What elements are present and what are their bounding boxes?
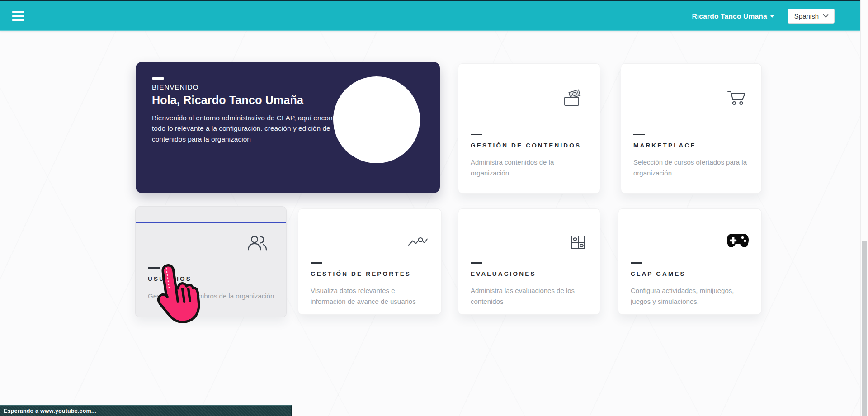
welcome-card: BIENVENIDO Hola, Ricardo Tanco Umaña Bie… <box>136 62 440 193</box>
welcome-description: Bienvenido al entorno administrativo de … <box>152 113 356 144</box>
avatar-circle <box>333 76 420 163</box>
card-description: Administra las evaluaciones de los conte… <box>471 285 590 307</box>
language-select[interactable]: Spanish <box>788 9 835 24</box>
card-usuarios[interactable]: USUARIOS Gestiona los miembros de la org… <box>135 206 287 317</box>
hamburger-icon <box>12 11 24 21</box>
card-dash <box>471 134 482 135</box>
status-bar: Esperando a www.youtube.com... <box>0 405 292 416</box>
card-description: Administra contenidos de la organización <box>471 157 590 179</box>
card-title: USUARIOS <box>148 275 192 282</box>
window-top-edge <box>0 0 868 1</box>
card-dash <box>148 267 160 269</box>
card-description: Visualiza datos relevantes e información… <box>311 285 431 307</box>
card-dash <box>631 262 642 264</box>
status-text: Esperando a www.youtube.com... <box>4 408 96 414</box>
welcome-dash <box>152 77 164 80</box>
topbar: Ricardo Tanco Umaña Spanish <box>0 0 860 31</box>
welcome-title: Hola, Ricardo Tanco Umaña <box>152 94 303 107</box>
card-title: CLAP GAMES <box>631 270 686 277</box>
hover-accent-line <box>136 222 286 223</box>
language-label: Spanish <box>794 12 819 20</box>
card-marketplace[interactable]: MARKETPLACE Selección de cursos ofertado… <box>621 63 762 194</box>
shopping-cart-icon <box>727 90 748 108</box>
menu-button[interactable] <box>11 9 25 23</box>
gamepad-icon <box>726 232 749 251</box>
card-dash <box>471 262 482 264</box>
card-title: GESTIÓN DE CONTENIDOS <box>471 142 581 149</box>
caret-down-icon <box>770 15 774 18</box>
user-name: Ricardo Tanco Umaña <box>692 12 767 20</box>
scrollbar-track[interactable] <box>860 0 868 416</box>
card-gestion-reportes[interactable]: GESTIÓN DE REPORTES Visualiza datos rele… <box>298 208 442 315</box>
card-clap-games[interactable]: CLAP GAMES Configura actividades, miniju… <box>618 208 762 315</box>
quiz-grid-icon <box>570 234 586 252</box>
content-box-icon <box>563 88 585 110</box>
user-menu[interactable]: Ricardo Tanco Umaña <box>692 12 774 20</box>
card-evaluaciones[interactable]: EVALUACIONES Administra las evaluaciones… <box>458 208 600 315</box>
card-dash <box>311 262 322 264</box>
users-icon <box>247 235 268 254</box>
card-gestion-contenidos[interactable]: GESTIÓN DE CONTENIDOS Administra conteni… <box>458 63 600 194</box>
welcome-eyebrow: BIENVENIDO <box>152 83 199 91</box>
card-title: MARKETPLACE <box>633 142 696 149</box>
card-description: Selección de cursos ofertados para la or… <box>633 157 751 179</box>
chevron-down-icon <box>823 14 829 18</box>
scrollbar-thumb[interactable] <box>862 241 867 416</box>
card-description: Configura actividades, minijuegos, juego… <box>631 285 751 307</box>
card-title: EVALUACIONES <box>471 270 536 277</box>
trend-search-icon <box>408 235 429 251</box>
card-description: Gestiona los miembros de la organización <box>148 291 276 302</box>
card-dash <box>633 134 645 135</box>
card-title: GESTIÓN DE REPORTES <box>311 270 411 277</box>
app-root: Ricardo Tanco Umaña Spanish BIENVENIDO H… <box>0 0 868 416</box>
